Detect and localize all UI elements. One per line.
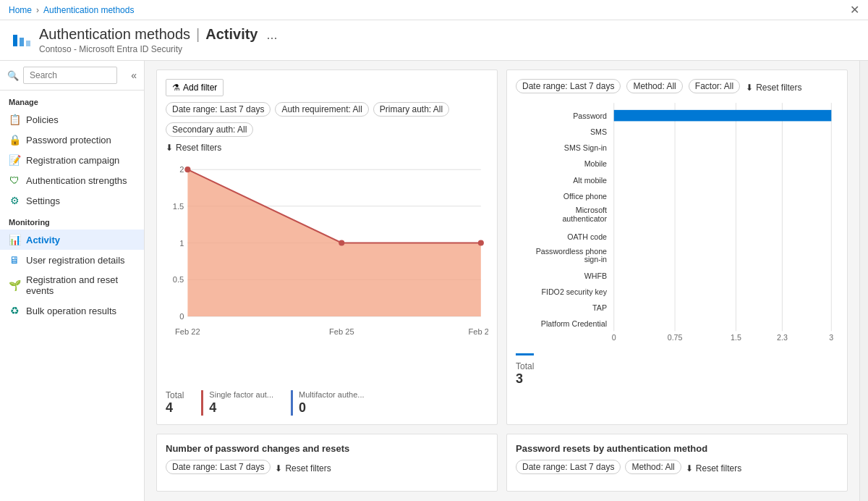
page-header: Authentication methods | Activity ... Co… [0, 20, 868, 61]
sidebar-item-activity[interactable]: 📊 Activity [0, 230, 144, 250]
method-filter-bar: Date range: Last 7 days Method: All Fact… [516, 79, 838, 93]
svg-text:sign-in: sign-in [584, 255, 607, 264]
svg-text:Feb 26: Feb 26 [469, 327, 488, 336]
svg-text:Password: Password [573, 111, 607, 120]
svg-point-15 [339, 240, 344, 245]
auth-strengths-icon: 🛡 [9, 174, 20, 186]
method-date-chip[interactable]: Date range: Last 7 days [516, 79, 621, 93]
svg-text:OATH code: OATH code [567, 232, 607, 241]
multi-factor-label: Multifactor authe... [299, 390, 365, 399]
page-title-wrapper: Authentication methods | Activity ... Co… [39, 26, 278, 54]
total-value: 4 [166, 400, 184, 416]
sidebar: 🔍 « Manage 📋 Policies 🔒 Password protect… [0, 61, 145, 501]
method-bar-chart: Password SMS SMS Sign-in Mobile Alt mobi… [516, 99, 838, 345]
pr-date-chip[interactable]: Date range: Last 7 days [516, 460, 621, 474]
svg-point-16 [478, 240, 484, 245]
activity-icon: 📊 [9, 234, 20, 245]
more-button[interactable]: ... [266, 28, 277, 43]
policies-icon: 📋 [9, 114, 20, 125]
method-chip[interactable]: Method: All [626, 79, 682, 93]
sidebar-item-label: Password protection [26, 135, 111, 146]
sidebar-item-label: User registration details [26, 255, 125, 266]
password-protection-icon: 🔒 [9, 134, 20, 146]
registration-campaign-icon: 📝 [9, 154, 20, 166]
password-changes-card: Number of password changes and resets Da… [156, 434, 498, 492]
svg-rect-1 [20, 38, 24, 46]
bulk-ops-icon: ♻ [9, 305, 20, 316]
password-changes-title: Number of password changes and resets [166, 443, 488, 454]
svg-point-14 [184, 167, 190, 172]
date-range-chip[interactable]: Date range: Last 7 days [166, 102, 271, 117]
multi-factor-value: 0 [299, 400, 365, 416]
svg-text:authenticator: authenticator [562, 214, 607, 223]
sidebar-item-label: Registration campaign [26, 155, 119, 166]
total-legend: Total 4 [166, 390, 184, 416]
sidebar-item-settings[interactable]: ⚙ Settings [0, 190, 144, 211]
svg-text:TAP: TAP [592, 303, 607, 312]
svg-text:Mobile: Mobile [584, 159, 607, 168]
sidebar-item-reg-reset[interactable]: 🌱 Registration and reset events [0, 270, 144, 300]
pw-reset-link[interactable]: ⬇ Reset filters [275, 463, 331, 473]
sidebar-item-label: Authentication strengths [26, 175, 127, 186]
signin-reset-link[interactable]: ⬇ Reset filters [166, 143, 488, 153]
svg-text:2: 2 [179, 165, 184, 174]
search-input[interactable] [23, 67, 117, 84]
svg-text:1.5: 1.5 [731, 333, 741, 342]
method-chart-card: Date range: Last 7 days Method: All Fact… [506, 70, 848, 425]
svg-rect-2 [26, 41, 30, 46]
password-resets-card: Password resets by authentication method… [506, 434, 848, 492]
svg-text:3: 3 [829, 333, 833, 342]
bottom-cards: Number of password changes and resets Da… [156, 434, 848, 492]
svg-text:Platform Credential: Platform Credential [541, 319, 607, 328]
scrollbar[interactable] [859, 61, 868, 501]
svg-rect-40 [614, 110, 832, 122]
secondary-auth-bar: Secondary auth: All [166, 122, 488, 137]
svg-rect-0 [13, 35, 17, 46]
page-title: Authentication methods [39, 26, 190, 43]
sidebar-item-user-registration[interactable]: 🖥 User registration details [0, 250, 144, 270]
pr-method-chip[interactable]: Method: All [625, 460, 681, 474]
svg-text:0: 0 [179, 312, 184, 321]
breadcrumb-current: Authentication methods [43, 5, 134, 15]
auth-req-chip[interactable]: Auth requirement: All [275, 102, 368, 117]
search-box: 🔍 « [0, 61, 144, 90]
svg-text:0.5: 0.5 [173, 275, 184, 284]
method-total-section: Total 3 [516, 353, 534, 387]
sidebar-item-auth-strengths[interactable]: 🛡 Authentication strengths [0, 170, 144, 190]
sidebar-item-bulk-ops[interactable]: ♻ Bulk operation results [0, 300, 144, 321]
search-icon: 🔍 [7, 70, 19, 81]
sidebar-item-registration-campaign[interactable]: 📝 Registration campaign [0, 150, 144, 170]
breadcrumb-home[interactable]: Home [9, 5, 32, 15]
method-total-label: Total [516, 361, 534, 371]
method-reset-link[interactable]: ⬇ Reset filters [746, 83, 801, 93]
pr-reset-link[interactable]: ⬇ Reset filters [686, 463, 741, 473]
page-subtitle: Activity [205, 26, 258, 43]
reset-icon-2: ⬇ [746, 83, 753, 93]
svg-text:1.5: 1.5 [173, 202, 184, 211]
sidebar-item-label: Registration and reset events [26, 274, 135, 296]
svg-text:Microsoft: Microsoft [576, 206, 607, 214]
sidebar-item-label: Policies [26, 114, 59, 125]
line-chart-container: 2 1.5 1 0.5 0 [166, 153, 488, 384]
pw-date-chip[interactable]: Date range: Last 7 days [166, 460, 271, 474]
signin-chart-card: ⚗ Add filter Date range: Last 7 days Aut… [156, 70, 498, 425]
close-button[interactable]: ✕ [850, 3, 859, 17]
svg-text:SMS Sign-in: SMS Sign-in [564, 143, 607, 152]
primary-auth-chip[interactable]: Primary auth: All [373, 102, 449, 117]
collapse-button[interactable]: « [131, 70, 137, 81]
multi-factor-legend: Multifactor authe... 0 [291, 390, 365, 416]
reg-reset-icon: 🌱 [9, 279, 20, 291]
main-layout: 🔍 « Manage 📋 Policies 🔒 Password protect… [0, 61, 868, 501]
add-filter-button[interactable]: ⚗ Add filter [166, 79, 224, 96]
sidebar-item-password-protection[interactable]: 🔒 Password protection [0, 130, 144, 150]
settings-icon: ⚙ [9, 195, 20, 206]
user-registration-icon: 🖥 [9, 254, 20, 266]
breadcrumb: Home › Authentication methods [9, 5, 134, 15]
secondary-auth-chip[interactable]: Secondary auth: All [166, 122, 253, 137]
content-area: ⚗ Add filter Date range: Last 7 days Aut… [145, 61, 859, 501]
factor-chip[interactable]: Factor: All [689, 79, 740, 93]
filter-icon: ⚗ [172, 83, 180, 93]
single-factor-legend: Single factor aut... 4 [201, 390, 273, 416]
sidebar-item-policies[interactable]: 📋 Policies [0, 109, 144, 130]
svg-text:0.75: 0.75 [668, 333, 683, 342]
